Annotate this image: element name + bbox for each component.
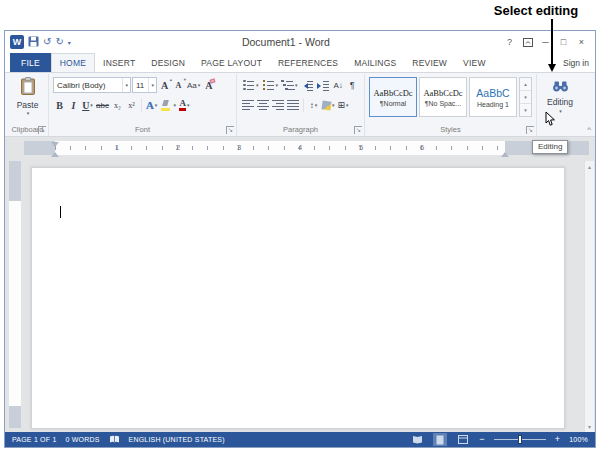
font-color-button[interactable]: A▾ [178,97,191,113]
scroll-up-icon[interactable]: ▴ [588,163,591,170]
styles-scroll-up-icon[interactable]: ▴ [520,78,531,91]
font-size-dropdown-icon[interactable]: ▾ [148,78,156,92]
show-hide-pilcrow-button[interactable]: ¶ [346,77,359,93]
grow-font-button[interactable]: A▴ [158,77,171,93]
zoom-out-icon[interactable]: − [479,435,484,444]
document-canvas: ▴ ▾ [5,161,595,432]
tab-home[interactable]: HOME [51,53,95,73]
redo-icon[interactable]: ↻ [55,37,63,47]
text-effects-button[interactable]: A▾ [145,97,158,113]
decrease-indent-button[interactable] [300,77,315,93]
zoom-slider-thumb[interactable] [518,435,522,444]
clipboard-dialog-launcher-icon[interactable]: ↘ [38,126,46,134]
align-right-button[interactable] [271,97,285,113]
web-layout-icon[interactable] [456,433,470,446]
find-binoculars-icon [552,78,569,96]
font-dialog-launcher-icon[interactable]: ↘ [226,126,234,134]
ruler-ticks [55,146,505,150]
ribbon: Paste ▾ Clipboard ↘ Calibri (Body) ▾ 11 … [5,72,595,137]
shading-button[interactable]: ▾ [321,97,336,113]
style-heading-1[interactable]: AaBbC Heading 1 [469,77,517,117]
increase-indent-button[interactable] [316,77,331,93]
vertical-ruler[interactable] [9,161,21,428]
italic-button[interactable]: I [67,97,80,113]
zoom-in-icon[interactable]: + [555,435,560,444]
page-indicator[interactable]: PAGE 1 OF 1 [12,436,56,443]
styles-group: AaBbCcDc ¶Normal AaBbCcDc ¶No Spac... Aa… [365,74,537,136]
document-page[interactable] [31,167,565,429]
bullets-button[interactable]: ▾ [241,77,260,93]
paragraph-dialog-launcher-icon[interactable]: ↘ [354,126,362,134]
justify-icon [287,100,299,110]
align-center-button[interactable] [256,97,270,113]
clear-formatting-button[interactable]: A [202,77,215,93]
sort-icon: A↓ [333,81,342,90]
numbering-icon [262,80,275,91]
tab-view[interactable]: VIEW [455,54,494,72]
title-bar: W ↺ ↻ ▾ Document1 - Word ? ─ □ × [5,31,595,53]
multilevel-list-button[interactable]: ▾ [280,77,299,93]
editing-button[interactable]: Editing ▾ [547,75,573,114]
help-icon[interactable]: ? [501,34,518,50]
undo-icon[interactable]: ↺ [43,37,51,47]
ruler-number: 3 [234,143,244,152]
tab-mailings[interactable]: MAILINGS [346,54,404,72]
ribbon-display-options-icon[interactable] [519,34,536,50]
multilevel-list-icon [281,80,294,91]
tab-insert[interactable]: INSERT [95,54,143,72]
font-name-select[interactable]: Calibri (Body) ▾ [53,77,131,93]
line-spacing-button[interactable]: ↕▾ [307,97,320,113]
horizontal-ruler[interactable]: 1 2 3 4 5 6 [24,141,589,155]
close-icon[interactable]: × [573,34,590,50]
shrink-font-button[interactable]: A▾ [172,77,185,93]
save-icon[interactable] [28,33,39,51]
sign-in-link[interactable]: Sign in [563,58,589,68]
word-logo-icon[interactable]: W [10,35,24,49]
maximize-icon[interactable]: □ [555,34,572,50]
style-normal[interactable]: AaBbCcDc ¶Normal [369,77,417,117]
tab-page-layout[interactable]: PAGE LAYOUT [193,54,270,72]
hanging-indent-marker[interactable] [51,148,59,157]
highlight-color-button[interactable]: ▾ [159,97,177,113]
align-right-icon [272,100,284,110]
borders-button[interactable]: ⊞▾ [337,97,350,113]
print-layout-icon[interactable] [433,433,447,446]
tab-design[interactable]: DESIGN [143,54,193,72]
tab-review[interactable]: REVIEW [404,54,455,72]
align-left-button[interactable] [241,97,255,113]
zoom-level[interactable]: 100% [569,436,588,443]
justify-button[interactable] [286,97,300,113]
style-no-spacing[interactable]: AaBbCcDc ¶No Spac... [419,77,467,117]
align-center-icon [257,100,269,110]
sort-button[interactable]: A↓ [332,77,345,93]
numbering-button[interactable]: ▾ [261,77,280,93]
styles-scrollbar: ▴ ▾ ▾ [519,77,532,117]
screenshot-root: W ↺ ↻ ▾ Document1 - Word ? ─ □ × FILE HO… [0,0,600,456]
tab-file[interactable]: FILE [10,53,51,72]
styles-dialog-launcher-icon[interactable]: ↘ [526,126,534,134]
subscript-button[interactable]: x₂ [111,97,124,113]
superscript-button[interactable]: x² [125,97,138,113]
font-size-select[interactable]: 11 ▾ [132,77,157,93]
right-indent-marker[interactable] [501,148,509,157]
styles-more-icon[interactable]: ▾ [520,104,531,116]
paragraph-group: ▾ ▾ ▾ A↓ ¶ ↕▾ ▾ ⊞▾ [237,74,365,136]
font-name-dropdown-icon[interactable]: ▾ [122,78,130,92]
styles-scroll-down-icon[interactable]: ▾ [520,91,531,104]
collapse-ribbon-icon[interactable]: ^ [587,125,591,134]
tab-references[interactable]: REFERENCES [270,54,346,72]
paste-button[interactable]: Paste ▾ [17,75,39,116]
language-indicator[interactable]: ENGLISH (UNITED STATES) [129,436,225,443]
word-count[interactable]: 0 WORDS [65,436,99,443]
window-title: Document1 - Word [71,36,501,48]
change-case-button[interactable]: Aa▾ [186,77,201,93]
proofing-icon[interactable] [109,435,120,445]
borders-icon: ⊞ [338,100,346,110]
scroll-down-icon[interactable]: ▾ [588,423,591,430]
zoom-slider[interactable] [494,439,546,440]
bold-button[interactable]: B [53,97,66,113]
vertical-scrollbar[interactable]: ▴ ▾ [584,161,594,432]
strikethrough-button[interactable]: abc [95,97,110,113]
read-mode-icon[interactable] [410,433,424,446]
underline-button[interactable]: U▾ [81,97,94,113]
